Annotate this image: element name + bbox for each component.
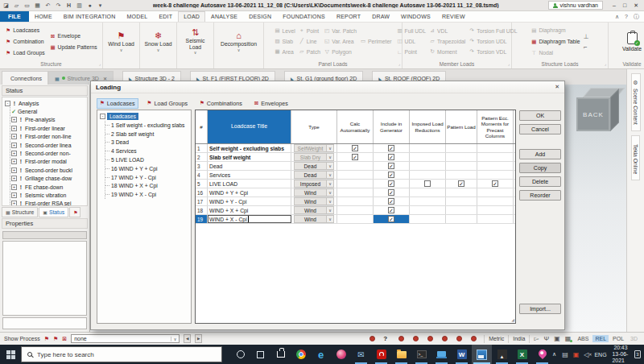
snow-load-button[interactable]: ❄Snow Load∨ [141,30,175,54]
tab-edit[interactable]: EDIT [153,11,178,22]
area-button[interactable]: ▦Area [273,47,297,56]
start-button[interactable] [0,345,21,364]
tree-item[interactable]: + ! Second-order buckl [11,166,87,174]
tab-report[interactable]: REPORT [331,11,366,22]
table-cell[interactable] [410,188,446,196]
column-header[interactable]: Pattern Load [446,110,477,143]
table-cell[interactable]: ✓ [337,144,374,152]
update-patterns-button[interactable]: ▦Update Patterns [48,43,99,52]
tab-scene-content[interactable]: ⚙Scene Content [631,73,641,131]
expand-icon[interactable]: + [11,168,17,173]
vdl-button[interactable]: ⊿VDL [427,26,467,35]
close-icon[interactable]: ✕ [555,84,559,90]
table-cell[interactable]: Wind∨ [291,197,337,205]
table-cell[interactable]: Slab Dry∨ [291,153,337,161]
dialog-title-bar[interactable]: Loading ✕ [91,81,564,93]
store-icon[interactable] [270,345,291,364]
open-icon[interactable]: ▭ [23,0,31,10]
tree-item[interactable]: 18 WIND + X + Cpi [105,182,190,191]
expand-icon[interactable]: + [11,159,17,164]
table-cell[interactable] [477,144,514,152]
table-cell[interactable]: ✓ [374,162,410,170]
load-groups-button[interactable]: ⚑Load Groups [3,48,46,58]
decomposition-button[interactable]: ⌂Decomposition∨ [217,30,260,54]
mail-icon[interactable]: ✉ [351,345,371,364]
tree-item[interactable]: + ! Second-order linea [11,141,87,149]
torsion-udl-button[interactable]: ↷Torsion UDL [467,36,518,46]
table-cell[interactable]: ✓ [374,197,410,205]
perimeter-button[interactable]: ▭Perimeter [358,36,393,46]
table-cell[interactable]: ✓ [374,153,410,161]
var-area-button[interactable]: ◱Var. Area [322,36,358,46]
table-cell[interactable] [477,188,514,196]
status-dot-icon[interactable] [427,336,433,341]
table-row[interactable]: 1Self weight - excluding slabsSelfWeight… [196,144,515,153]
laptop-icon[interactable] [431,345,452,364]
collapse-ribbon-icon[interactable]: ∧ [615,14,619,20]
type-dropdown[interactable]: Wind∨ [294,188,334,196]
edge-icon[interactable]: e [311,345,331,364]
table-cell[interactable] [477,215,514,223]
table-cell[interactable]: Dead∨ [291,162,337,170]
pattern-checkbox[interactable]: ✓ [458,180,464,187]
tree-item[interactable]: + ! FE chase-down [11,183,87,191]
acrobat-icon[interactable] [371,345,391,364]
patch-button[interactable]: ▱Patch [297,47,322,56]
next-button[interactable]: ▶ [195,334,202,343]
table-cell[interactable]: WIND + Y - Cpi [208,197,291,205]
tree-item[interactable]: 16 WIND + Y + Cpi [105,164,190,173]
tab-file[interactable]: FILE [0,11,29,22]
view-cube-front-face[interactable]: BACK [576,97,610,131]
more-icon[interactable]: ▾ [97,0,104,10]
line-button[interactable]: ╱Line [297,36,322,46]
table-cell[interactable]: 4 [196,171,208,179]
type-dropdown[interactable]: Slab Dry∨ [294,153,334,161]
table-cell[interactable]: 18 [196,206,208,214]
process-combobox[interactable]: none∨ [71,334,180,343]
3d-toggle[interactable]: 3D [628,335,640,342]
table-cell[interactable]: ✓ [374,144,410,152]
pattern_ecc-checkbox[interactable]: ✓ [492,180,498,187]
redo-icon[interactable]: ↷ [55,0,62,10]
combination-icon[interactable]: ⚑ [53,336,58,342]
nodal-button[interactable]: ⊤Nodal [529,48,581,58]
tab-model[interactable]: MODEL [122,11,154,22]
include-checkbox[interactable]: ✓ [388,163,394,169]
frame-icon[interactable]: ⌐ [584,43,589,51]
table-cell[interactable]: 5 [196,180,208,188]
close-button[interactable]: ✕ [634,2,638,9]
minimize-button[interactable]: – [613,2,616,9]
view-cube-side-face[interactable] [610,89,619,131]
tab-status-panel[interactable]: ▣Status [39,207,68,217]
var-patch-button[interactable]: ◰Var. Patch [322,26,358,35]
table-cell[interactable] [446,162,477,170]
table-row[interactable]: 19WIND + X - CpiWind∨✓ [196,215,515,224]
add-button[interactable]: Add [519,149,561,159]
image-icon[interactable]: ▣ [554,335,560,342]
table-cell[interactable] [446,206,477,214]
table-cell[interactable]: Wind∨ [291,188,337,196]
cancel-button[interactable]: Cancel [519,124,561,134]
wind-load-button[interactable]: ⚑Wind Load∨ [105,30,138,54]
full-udl-button[interactable]: ▥Full UDL [395,26,427,35]
table-cell[interactable]: WIND + X - Cpi [208,215,291,223]
resize-grip-icon[interactable]: ◢ [511,317,514,322]
tree-item[interactable]: 5 LIVE LOAD [105,155,190,164]
seismic-load-button[interactable]: ⇅Seismic Load∨ [177,27,213,56]
table-cell[interactable]: SelfWeight∨ [291,144,337,152]
table-cell[interactable]: 2 [196,153,208,161]
status-dot-icon[interactable] [413,336,419,341]
table-cell[interactable] [337,171,374,179]
table-cell[interactable]: ✓ [446,180,477,188]
include-checkbox[interactable]: ✓ [388,180,394,187]
expand-icon[interactable]: + [11,134,17,139]
user-account-button[interactable]: vishnu vardhan [548,1,603,10]
table-cell[interactable]: 3 [196,162,208,170]
loadcases-button[interactable]: ⚑Loadcases [3,26,46,35]
tree-item[interactable]: + ! Second-order non- [11,149,87,157]
table-row[interactable]: 4ServicesDead∨✓ [196,171,515,180]
diaphragm-table-button[interactable]: ▦Diaphragm Table [529,37,581,47]
table-cell[interactable] [410,180,446,188]
type-dropdown[interactable]: Dead∨ [294,171,334,179]
table-cell[interactable] [410,215,446,223]
